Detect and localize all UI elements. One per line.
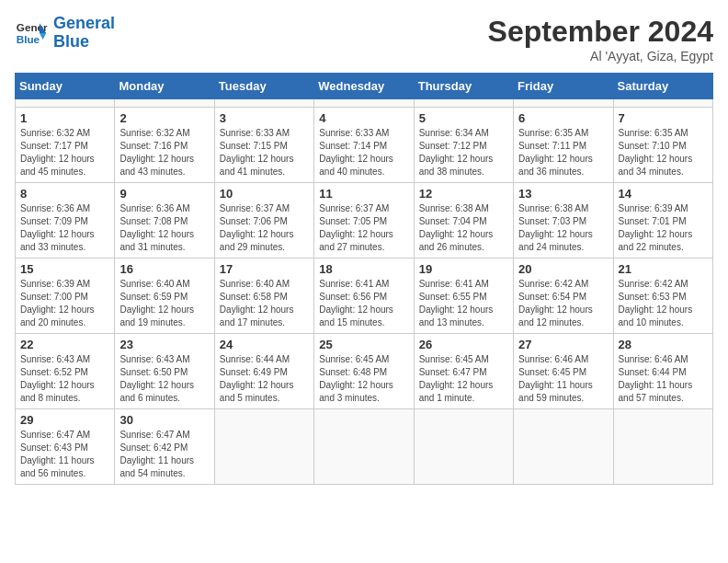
calendar-cell [214,99,313,108]
day-number: 27 [518,338,608,351]
day-detail: Sunrise: 6:44 AM Sunset: 6:49 PM Dayligh… [220,353,309,405]
day-number: 3 [220,111,309,125]
calendar-cell: 30Sunrise: 6:47 AM Sunset: 6:42 PM Dayli… [115,409,214,485]
calendar-cell: 5Sunrise: 6:34 AM Sunset: 7:12 PM Daylig… [414,108,513,183]
calendar-cell [314,409,414,485]
day-detail: Sunrise: 6:35 AM Sunset: 7:11 PM Dayligh… [518,127,608,178]
calendar-cell: 29Sunrise: 6:47 AM Sunset: 6:43 PM Dayli… [16,409,115,485]
col-header-sunday: Sunday [16,74,115,99]
day-number: 8 [20,187,109,201]
svg-marker-3 [40,33,46,40]
location-title: Al 'Ayyat, Giza, Egypt [488,49,713,63]
calendar-cell: 4Sunrise: 6:33 AM Sunset: 7:14 PM Daylig… [314,108,414,183]
day-number: 18 [319,262,408,276]
calendar-cell [16,99,115,108]
calendar-cell: 23Sunrise: 6:43 AM Sunset: 6:50 PM Dayli… [115,334,214,409]
day-number: 19 [419,262,508,276]
calendar-cell: 1Sunrise: 6:32 AM Sunset: 7:17 PM Daylig… [16,108,115,183]
calendar-cell: 14Sunrise: 6:39 AM Sunset: 7:01 PM Dayli… [613,183,712,259]
calendar-cell [613,99,712,108]
col-header-tuesday: Tuesday [214,74,313,99]
day-detail: Sunrise: 6:39 AM Sunset: 7:01 PM Dayligh… [619,202,708,254]
col-header-wednesday: Wednesday [314,74,414,99]
calendar-cell: 2Sunrise: 6:32 AM Sunset: 7:16 PM Daylig… [115,108,214,183]
calendar-cell: 22Sunrise: 6:43 AM Sunset: 6:52 PM Dayli… [16,334,115,409]
calendar-cell: 18Sunrise: 6:41 AM Sunset: 6:56 PM Dayli… [314,259,414,334]
calendar-cell: 27Sunrise: 6:46 AM Sunset: 6:45 PM Dayli… [514,334,613,409]
calendar-cell [214,409,313,485]
header: General Blue General Blue September 2024… [15,15,713,63]
calendar-cell: 28Sunrise: 6:46 AM Sunset: 6:44 PM Dayli… [613,334,712,409]
logo: General Blue General Blue [15,15,115,52]
day-detail: Sunrise: 6:41 AM Sunset: 6:56 PM Dayligh… [319,278,408,329]
day-detail: Sunrise: 6:37 AM Sunset: 7:06 PM Dayligh… [220,202,309,254]
title-area: September 2024 Al 'Ayyat, Giza, Egypt [488,15,713,63]
col-header-friday: Friday [514,74,613,99]
day-detail: Sunrise: 6:46 AM Sunset: 6:44 PM Dayligh… [619,353,708,405]
calendar-cell: 17Sunrise: 6:40 AM Sunset: 6:58 PM Dayli… [214,259,313,334]
day-detail: Sunrise: 6:47 AM Sunset: 6:42 PM Dayligh… [119,429,209,480]
calendar-cell: 15Sunrise: 6:39 AM Sunset: 7:00 PM Dayli… [16,259,115,334]
calendar-cell [115,99,214,108]
calendar-cell: 19Sunrise: 6:41 AM Sunset: 6:55 PM Dayli… [414,259,513,334]
calendar-cell: 7Sunrise: 6:35 AM Sunset: 7:10 PM Daylig… [613,108,712,183]
day-number: 20 [518,262,608,276]
day-detail: Sunrise: 6:32 AM Sunset: 7:16 PM Dayligh… [119,127,209,178]
day-number: 28 [619,338,708,351]
day-number: 16 [119,262,209,276]
day-number: 4 [319,111,408,125]
day-detail: Sunrise: 6:35 AM Sunset: 7:10 PM Dayligh… [619,127,708,178]
calendar-cell: 12Sunrise: 6:38 AM Sunset: 7:04 PM Dayli… [414,183,513,259]
day-detail: Sunrise: 6:36 AM Sunset: 7:08 PM Dayligh… [119,202,209,254]
day-detail: Sunrise: 6:46 AM Sunset: 6:45 PM Dayligh… [518,353,608,405]
day-detail: Sunrise: 6:42 AM Sunset: 6:53 PM Dayligh… [619,278,708,329]
calendar-cell [414,409,513,485]
day-number: 15 [20,262,109,276]
calendar-cell [514,99,613,108]
day-detail: Sunrise: 6:33 AM Sunset: 7:14 PM Dayligh… [319,127,408,178]
day-number: 11 [319,187,408,201]
col-header-saturday: Saturday [613,74,712,99]
day-detail: Sunrise: 6:42 AM Sunset: 6:54 PM Dayligh… [518,278,608,329]
day-detail: Sunrise: 6:34 AM Sunset: 7:12 PM Dayligh… [419,127,508,178]
calendar-cell: 8Sunrise: 6:36 AM Sunset: 7:09 PM Daylig… [16,183,115,259]
col-header-monday: Monday [115,74,214,99]
month-title: September 2024 [488,15,713,49]
calendar-cell: 25Sunrise: 6:45 AM Sunset: 6:48 PM Dayli… [314,334,414,409]
day-number: 23 [119,338,209,351]
calendar-table: SundayMondayTuesdayWednesdayThursdayFrid… [15,73,713,485]
calendar-cell [514,409,613,485]
day-number: 7 [619,111,708,125]
calendar-cell: 20Sunrise: 6:42 AM Sunset: 6:54 PM Dayli… [514,259,613,334]
calendar-cell: 13Sunrise: 6:38 AM Sunset: 7:03 PM Dayli… [514,183,613,259]
day-number: 25 [319,338,408,351]
calendar-cell: 3Sunrise: 6:33 AM Sunset: 7:15 PM Daylig… [214,108,313,183]
day-detail: Sunrise: 6:41 AM Sunset: 6:55 PM Dayligh… [419,278,508,329]
col-header-thursday: Thursday [414,74,513,99]
day-detail: Sunrise: 6:37 AM Sunset: 7:05 PM Dayligh… [319,202,408,254]
calendar-cell: 11Sunrise: 6:37 AM Sunset: 7:05 PM Dayli… [314,183,414,259]
svg-text:Blue: Blue [17,33,40,45]
day-detail: Sunrise: 6:33 AM Sunset: 7:15 PM Dayligh… [220,127,309,178]
day-detail: Sunrise: 6:38 AM Sunset: 7:04 PM Dayligh… [419,202,508,254]
calendar-cell: 24Sunrise: 6:44 AM Sunset: 6:49 PM Dayli… [214,334,313,409]
calendar-cell: 9Sunrise: 6:36 AM Sunset: 7:08 PM Daylig… [115,183,214,259]
day-detail: Sunrise: 6:32 AM Sunset: 7:17 PM Dayligh… [20,127,109,178]
calendar-cell [613,409,712,485]
day-detail: Sunrise: 6:40 AM Sunset: 6:58 PM Dayligh… [220,278,309,329]
logo-icon: General Blue [15,17,48,50]
day-number: 24 [220,338,309,351]
day-detail: Sunrise: 6:45 AM Sunset: 6:48 PM Dayligh… [319,353,408,405]
day-number: 17 [220,262,309,276]
day-number: 9 [119,187,209,201]
day-detail: Sunrise: 6:40 AM Sunset: 6:59 PM Dayligh… [119,278,209,329]
day-detail: Sunrise: 6:43 AM Sunset: 6:50 PM Dayligh… [119,353,209,405]
day-number: 22 [20,338,109,351]
day-number: 29 [20,413,109,427]
day-number: 14 [619,187,708,201]
day-number: 26 [419,338,508,351]
day-detail: Sunrise: 6:36 AM Sunset: 7:09 PM Dayligh… [20,202,109,254]
day-number: 5 [419,111,508,125]
logo-text: General Blue [53,15,115,52]
calendar-cell: 16Sunrise: 6:40 AM Sunset: 6:59 PM Dayli… [115,259,214,334]
